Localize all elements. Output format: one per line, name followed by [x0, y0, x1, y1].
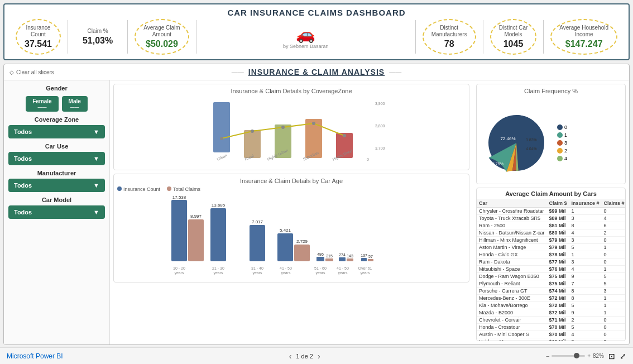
coverage-zone-label: Coverage Zone [8, 116, 105, 123]
claim-freq-title: Claim Frequency % [480, 88, 622, 94]
legend-item-0: 0 [557, 124, 567, 130]
middle-panel: Insurance & Claim Details by CoverageZon… [110, 80, 473, 344]
svg-rect-39 [361, 258, 367, 261]
svg-point-10 [251, 130, 254, 133]
powerbi-link[interactable]: Microsoft Power BI [7, 352, 63, 360]
kpi-manufacturers: DistinctManufacturers 78 [418, 19, 481, 55]
insurance-count: 8 [569, 295, 602, 302]
car-name: Toyota - Truck Xtracab SR5 [477, 215, 547, 222]
svg-text:41 - 50: 41 - 50 [337, 266, 349, 270]
fullscreen-icon[interactable]: ⤢ [620, 352, 626, 361]
svg-text:13.685: 13.685 [212, 203, 226, 208]
table-scroll[interactable]: Car Claim $ Insurance # Claims # Chrysle… [477, 199, 625, 341]
bottom-right-controls: – + 82% ⊡ ⤢ [546, 352, 626, 361]
car-name: Mercedes-Benz - 300E [477, 295, 547, 302]
car-use-dropdown[interactable]: Todos ▼ [8, 152, 105, 165]
svg-rect-40 [368, 259, 373, 261]
svg-rect-36 [347, 258, 353, 261]
title-deco-left: —— [232, 69, 244, 75]
pie-legend: 0 1 3 2 [557, 124, 567, 161]
fit-icon[interactable]: ⊡ [608, 352, 615, 361]
zoom-minus[interactable]: – [546, 353, 550, 359]
kpi-household-income: Average HouseholdIncome $147.247 [546, 19, 622, 55]
table-row: Plymouth - Reliant $75 Mil 7 5 [477, 280, 625, 288]
car-age-chart: Insurance & Claim Details by Car Age Ins… [113, 174, 469, 282]
zoom-plus[interactable]: + [587, 353, 591, 359]
right-panel: Claim Frequency % [473, 80, 629, 344]
clear-slicers-button[interactable]: ◇ Clear all slicers [9, 69, 54, 75]
insurance-count: 2 [569, 317, 602, 324]
claim-amount: $81 Mil [547, 222, 569, 229]
claims-count: 1 [602, 266, 625, 273]
prev-page-button[interactable]: ‹ [289, 352, 292, 361]
zoom-value: 82% [593, 353, 604, 359]
claim-amount: $72 Mil [547, 309, 569, 317]
insurance-count: 5 [569, 324, 602, 331]
coverage-chart-title: Insurance & Claim Details by CoverageZon… [117, 88, 466, 94]
car-name: Kia - Mohave/Borrego [477, 302, 547, 309]
legend-color-0 [557, 124, 563, 130]
male-button[interactable]: Male—— [62, 96, 88, 112]
svg-rect-25 [250, 225, 265, 261]
claims-count: 0 [602, 324, 625, 331]
table-row: Honda - Crosstour $70 Mil 5 0 [477, 324, 625, 331]
table-row: Kia - Mohave/Borrego $72 Mil 5 1 [477, 302, 625, 309]
next-page-button[interactable]: › [318, 352, 320, 361]
zoom-slider[interactable] [552, 355, 585, 357]
svg-rect-27 [277, 233, 293, 261]
coverage-zone-dropdown[interactable]: Todos ▼ [8, 125, 105, 138]
pie-svg: 72.46% 15.75% 4.04% 3.83% [480, 107, 553, 179]
svg-text:31 - 40: 31 - 40 [251, 266, 263, 270]
svg-text:51 - 60: 51 - 60 [314, 266, 327, 270]
kpi-car-models: Distinct CarModels 1045 [486, 19, 541, 55]
svg-text:years: years [315, 271, 325, 275]
title-deco-right: —— [389, 69, 401, 75]
insurance-count: 1 [569, 251, 602, 258]
claim-amount: $74 Mil [547, 288, 569, 295]
female-button[interactable]: Female—— [26, 96, 58, 112]
legend-color-1 [557, 132, 563, 138]
table-row: Chrysler - Crossfire Roadstar $99 Mil 1 … [477, 208, 625, 215]
car-age-legend: Insurance Count Total Claims [117, 186, 466, 192]
insurance-count: 4 [569, 229, 602, 237]
svg-text:274: 274 [339, 253, 346, 257]
car-model-label: Car Model [8, 197, 105, 203]
car-model-filter: Car Model Todos ▼ [8, 197, 105, 219]
claim-amount: $75 Mil [547, 280, 569, 288]
kpi-value-avg-claim: $50.029 [146, 39, 178, 49]
cars-table-box: Average Claim Amount by Cars Car Claim $… [476, 188, 626, 341]
claim-amount: $72 Mil [547, 302, 569, 309]
insurance-count: 8 [569, 222, 602, 229]
table-row: Aston Martin - Virage $79 Mil 5 1 [477, 244, 625, 251]
car-model-dropdown[interactable]: Todos ▼ [8, 205, 105, 219]
legend-item-3: 3 [557, 140, 567, 146]
manufacturer-label: Manufacturer [8, 170, 105, 176]
insurance-count: 8 [569, 288, 602, 295]
car-name: Porsche - Carrera GT [477, 288, 547, 295]
legend-color-4 [557, 156, 563, 161]
claims-count: 0 [602, 251, 625, 258]
insurance-count: 9 [569, 309, 602, 317]
insurance-count: 4 [569, 331, 602, 338]
kpi-label-insurance: InsuranceCount [26, 25, 51, 38]
svg-text:7.017: 7.017 [252, 219, 263, 224]
insurance-count: 3 [569, 258, 602, 266]
left-filter-panel: Gender Female—— Male—— Coverage Zone T [4, 80, 110, 344]
manufacturer-value: Todos [14, 182, 32, 189]
cars-data-table: Car Claim $ Insurance # Claims # Chrysle… [477, 199, 625, 341]
col-claims: Claims # [602, 199, 625, 208]
svg-text:10 - 20: 10 - 20 [173, 266, 185, 270]
gender-label: Gender [8, 85, 105, 92]
gender-filter-group: Gender Female—— Male—— [8, 85, 105, 112]
analysis-title: INSURANCE & CLAIM ANALYSIS [248, 68, 385, 76]
car-age-svg: 17.538 8.997 13.685 7.017 5.421 2.729 [117, 194, 466, 281]
kpi-oval-models: Distinct CarModels 1045 [490, 19, 537, 55]
manufacturer-dropdown[interactable]: Todos ▼ [8, 179, 105, 192]
claims-count: 5 [602, 280, 625, 288]
divider-6 [543, 20, 544, 54]
kpi-row: InsuranceCount 37.541 Claim % 51,03% Ave… [11, 19, 622, 55]
divider-4 [415, 20, 416, 54]
kpi-value-models: 1045 [503, 39, 524, 49]
claim-frequency-chart: Claim Frequency % [476, 84, 626, 184]
car-name: Ram - 2500 [477, 222, 547, 229]
